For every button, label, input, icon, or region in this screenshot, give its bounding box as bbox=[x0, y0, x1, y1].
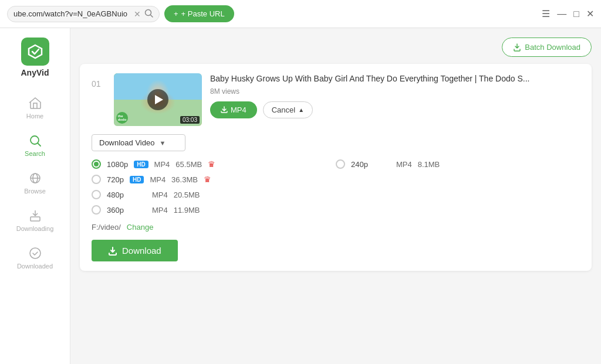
chevron-up-icon: ▲ bbox=[298, 107, 304, 113]
size-360p: 11.9MB bbox=[174, 206, 200, 215]
url-bar[interactable]: ube.com/watch?v=N_0eAGBNuio ✕ bbox=[7, 6, 160, 22]
batch-download-button[interactable]: Batch Download bbox=[502, 38, 592, 57]
quality-row-480p[interactable]: 480p MP4 20.5MB bbox=[92, 190, 336, 199]
sidebar-item-downloading[interactable]: Downloading bbox=[0, 202, 70, 239]
channel-icon: thedodo bbox=[116, 112, 128, 124]
svg-line-1 bbox=[151, 15, 153, 17]
play-button[interactable] bbox=[147, 89, 168, 110]
quality-row-240p[interactable]: 240p MP4 8.1MB bbox=[336, 159, 580, 169]
crown-icon-1080p: ♛ bbox=[208, 159, 215, 169]
minimize-button[interactable]: — bbox=[557, 9, 566, 19]
window-controls: ☰ — □ ✕ bbox=[542, 9, 594, 19]
download-label: Download bbox=[122, 246, 161, 256]
paste-url-button[interactable]: + + Paste URL bbox=[164, 5, 234, 22]
radio-360p[interactable] bbox=[92, 205, 101, 215]
download-options: Download Video ▼ 1080p HD bbox=[92, 134, 580, 261]
format-360p: MP4 bbox=[152, 206, 168, 215]
video-info: Baby Husky Grows Up With Baby Girl And T… bbox=[210, 73, 580, 118]
save-path-row: F:/video/ Change bbox=[92, 223, 580, 232]
sidebar-item-browse[interactable]: Browse bbox=[0, 164, 70, 202]
size-720p: 36.3MB bbox=[171, 175, 198, 184]
play-icon bbox=[155, 95, 163, 104]
video-card: 01 thedodo bbox=[80, 64, 592, 271]
channel-info: thedodo bbox=[116, 112, 128, 124]
search-icon[interactable] bbox=[144, 9, 153, 19]
sidebar-item-search-label: Search bbox=[25, 150, 45, 157]
format-1080p: MP4 bbox=[154, 160, 170, 169]
hd-badge-720p: HD bbox=[130, 176, 144, 183]
quality-label-1080p: 1080p bbox=[107, 160, 128, 169]
video-thumbnail[interactable]: thedodo 03:03 bbox=[114, 73, 202, 126]
cancel-button[interactable]: Cancel ▲ bbox=[263, 101, 313, 118]
format-480p: MP4 bbox=[152, 190, 168, 199]
sidebar-item-downloaded-label: Downloaded bbox=[17, 263, 53, 270]
radio-1080p[interactable] bbox=[92, 159, 101, 169]
video-title: Baby Husky Grows Up With Baby Girl And T… bbox=[210, 73, 580, 85]
quality-label-720p: 720p bbox=[107, 175, 124, 184]
size-480p: 20.5MB bbox=[174, 190, 200, 199]
svg-point-8 bbox=[30, 248, 40, 258]
video-index: 01 bbox=[92, 79, 106, 89]
video-duration: 03:03 bbox=[180, 116, 200, 124]
radio-480p[interactable] bbox=[92, 190, 101, 199]
quality-row-360p[interactable]: 360p MP4 11.9MB bbox=[92, 205, 336, 215]
sidebar-item-home[interactable]: Home bbox=[0, 89, 70, 127]
hd-badge-1080p: HD bbox=[134, 161, 148, 168]
sidebar-item-downloading-label: Downloading bbox=[16, 225, 54, 232]
format-720p: MP4 bbox=[150, 175, 166, 184]
video-views: 8M views bbox=[210, 87, 580, 96]
quality-label-240p: 240p bbox=[351, 160, 368, 169]
quality-row-720p[interactable]: 720p HD MP4 36.3MB ♛ bbox=[92, 175, 336, 184]
chevron-down-icon: ▼ bbox=[159, 140, 166, 147]
quality-grid: 1080p HD MP4 65.5MB ♛ 720p HD MP4 bbox=[92, 159, 580, 215]
save-path-text: F:/video/ bbox=[92, 223, 121, 232]
quality-col-right: 240p MP4 8.1MB bbox=[336, 159, 580, 215]
cancel-label: Cancel bbox=[272, 106, 295, 114]
title-bar: ube.com/watch?v=N_0eAGBNuio ✕ + + Paste … bbox=[0, 0, 601, 28]
radio-720p[interactable] bbox=[92, 175, 101, 184]
download-button[interactable]: Download bbox=[92, 240, 178, 261]
video-actions: MP4 Cancel ▲ bbox=[210, 101, 580, 118]
change-path-link[interactable]: Change bbox=[127, 223, 154, 232]
quality-row-1080p[interactable]: 1080p HD MP4 65.5MB ♛ bbox=[92, 159, 336, 169]
size-1080p: 65.5MB bbox=[175, 160, 202, 169]
video-header: 01 thedodo bbox=[92, 73, 580, 126]
app-logo bbox=[21, 38, 49, 66]
svg-line-3 bbox=[38, 144, 40, 147]
maximize-button[interactable]: □ bbox=[573, 9, 579, 19]
quality-col-left: 1080p HD MP4 65.5MB ♛ 720p HD MP4 bbox=[92, 159, 336, 215]
logo-area: AnyVid bbox=[21, 38, 49, 77]
paste-label: + Paste URL bbox=[181, 9, 225, 18]
format-240p: MP4 bbox=[396, 160, 412, 169]
quality-label-480p: 480p bbox=[107, 190, 124, 199]
batch-download-label: Batch Download bbox=[525, 43, 580, 52]
sidebar-item-home-label: Home bbox=[26, 113, 43, 120]
format-dropdown-label: Download Video bbox=[99, 138, 154, 147]
url-clear-button[interactable]: ✕ bbox=[134, 10, 141, 18]
sidebar-item-downloaded[interactable]: Downloaded bbox=[0, 239, 70, 277]
mp4-download-button[interactable]: MP4 bbox=[210, 101, 257, 118]
sidebar-item-search[interactable]: Search bbox=[0, 127, 70, 164]
sidebar: AnyVid Home Search Browse bbox=[0, 28, 70, 364]
menu-button[interactable]: ☰ bbox=[542, 9, 550, 19]
plus-icon: + bbox=[174, 9, 178, 18]
svg-rect-7 bbox=[31, 217, 40, 221]
size-240p: 8.1MB bbox=[418, 160, 440, 169]
main-layout: AnyVid Home Search Browse bbox=[0, 28, 601, 364]
quality-label-360p: 360p bbox=[107, 206, 124, 215]
url-text: ube.com/watch?v=N_0eAGBNuio bbox=[13, 9, 130, 18]
radio-240p[interactable] bbox=[336, 159, 345, 169]
close-button[interactable]: ✕ bbox=[586, 9, 594, 19]
format-dropdown[interactable]: Download Video ▼ bbox=[92, 134, 185, 151]
mp4-label: MP4 bbox=[231, 106, 247, 114]
app-name: AnyVid bbox=[21, 68, 49, 77]
sidebar-item-browse-label: Browse bbox=[24, 188, 46, 195]
batch-btn-row: Batch Download bbox=[80, 38, 592, 57]
crown-icon-720p: ♛ bbox=[204, 175, 211, 184]
content-area: Batch Download 01 bbox=[70, 28, 601, 364]
